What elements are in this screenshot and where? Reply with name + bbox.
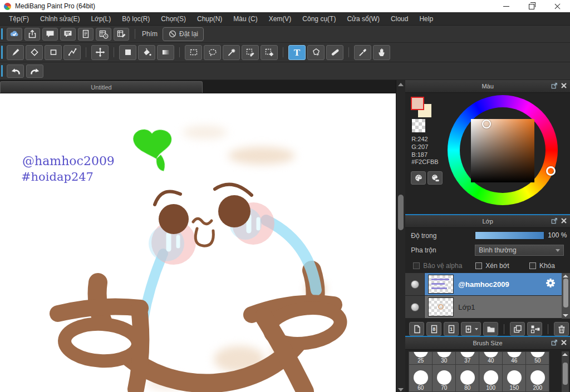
scroll-down-arrow-icon[interactable] [563,314,568,317]
drawing-canvas[interactable]: @hamhoc2009 #hoidap247 [0,93,396,392]
cloud-sync-button[interactable] [7,28,22,41]
menu-window[interactable]: Cửa sổ(W) [341,12,385,25]
add-layer-button[interactable] [409,322,424,336]
brush-size-cell[interactable]: 80 [456,365,479,391]
opacity-slider[interactable] [475,231,544,240]
brush-size-cell[interactable]: 100 [479,365,502,391]
menu-select[interactable]: Chọn(S) [155,12,191,25]
close-panel-icon[interactable] [561,217,567,224]
menu-file[interactable]: Tệp(F) [3,12,35,25]
eraser-tool[interactable] [26,45,43,60]
brush-panel-scrollbar[interactable] [562,351,569,392]
layer-visibility-cell[interactable] [405,273,425,295]
clipping-checkbox[interactable] [475,262,482,269]
lock-checkbox[interactable] [529,262,536,269]
close-panel-icon[interactable] [561,339,567,346]
lasso-tool[interactable] [204,45,221,60]
comment-text-button[interactable] [60,28,76,41]
toolbar-drag-handle[interactable] [1,28,3,39]
popout-panel-icon[interactable] [551,82,558,89]
menu-snap[interactable]: Chụp(N) [191,12,228,25]
add-8bit-layer-button[interactable]: 8 [426,322,441,336]
clipping-checkbox-item[interactable]: Xén bớt [475,262,509,270]
polyline-tool[interactable] [63,45,81,60]
menu-edit[interactable]: Chỉnh sửa(E) [35,12,85,25]
menu-tools[interactable]: Công cụ(T) [297,12,341,25]
shape-brush-tool[interactable] [45,45,62,60]
bucket-tool[interactable] [138,45,155,60]
layer-settings-button[interactable] [545,277,559,291]
saturation-value-box[interactable] [471,119,534,182]
layer-scrollbar-thumb[interactable] [563,279,568,307]
brush-scrollbar-thumb[interactable] [563,363,568,385]
canvas-vertical-scrollbar[interactable] [396,80,405,392]
brush-size-cell[interactable]: 37 [456,352,479,364]
layer-row[interactable]: Lớp1 [405,296,562,319]
minimize-button[interactable] [493,0,519,12]
lock-checkbox-item[interactable]: Khóa [529,262,555,270]
material-edit-button[interactable] [114,28,129,41]
transparent-color-swatch[interactable] [412,119,425,132]
layer-panel-header[interactable]: Lớp [405,215,570,228]
scroll-down-arrow-icon[interactable] [398,388,404,391]
reset-button[interactable]: Đặt lại [163,27,204,41]
hand-tool[interactable] [373,45,390,60]
popout-panel-icon[interactable] [551,217,558,224]
menu-filter[interactable]: Bộ lọc(R) [116,12,155,25]
menu-layer[interactable]: Lớp(L) [85,12,116,25]
brush-size-cell[interactable]: 200 [526,365,549,391]
menu-view[interactable]: Xem(V) [263,12,297,25]
merge-layer-button[interactable] [527,322,542,336]
blend-mode-select[interactable]: Bình thường [475,245,564,256]
upload-button[interactable] [24,28,40,41]
brush-size-cell[interactable]: 150 [503,365,525,391]
select-pen-tool[interactable] [242,45,259,60]
layer-visibility-cell[interactable] [405,296,425,318]
brush-panel-header[interactable]: Brush Size [405,337,570,350]
toolbar-drag-handle[interactable] [1,46,3,59]
document-button[interactable] [78,28,94,41]
layer-list-scrollbar[interactable] [562,273,570,319]
hue-marker[interactable] [546,166,556,176]
add-1bit-layer-button[interactable]: 1 [444,322,459,336]
brush-size-cell[interactable]: 40 [479,352,502,364]
brush-size-cell[interactable]: 70 [433,365,455,391]
palette-button[interactable] [411,171,426,185]
menu-cloud[interactable]: Cloud [385,12,414,25]
move-tool[interactable] [91,45,109,60]
redo-button[interactable] [26,64,43,78]
alpha-lock-checkbox-item[interactable]: Bảo vệ alpha [413,262,462,270]
close-panel-icon[interactable] [561,82,567,89]
operation-tool[interactable] [307,45,325,60]
restore-button[interactable] [519,0,544,12]
new-folder-button[interactable] [483,322,498,336]
scroll-up-arrow-icon[interactable] [562,353,568,356]
brush-size-cell[interactable]: 46 [503,352,525,364]
fill-rect-tool[interactable] [119,45,136,60]
text-tool[interactable]: T [288,45,306,60]
timeline-button[interactable] [96,28,111,41]
brush-size-cell[interactable]: 30 [433,352,455,364]
color-panel-header[interactable]: Màu [405,80,570,93]
canvas-scrollbar-thumb[interactable] [398,195,404,230]
popout-panel-icon[interactable] [551,339,558,346]
select-eraser-tool[interactable] [261,45,278,60]
palette-edit-button[interactable] [428,171,443,185]
brush-size-cell[interactable]: 60 [409,365,432,391]
comment-button[interactable] [42,28,58,41]
document-tab[interactable]: Untitled [0,81,203,93]
scroll-up-arrow-icon[interactable] [563,275,568,277]
brush-size-cell[interactable]: 25 [409,352,432,364]
brush-tool[interactable] [7,45,24,60]
close-button[interactable] [544,0,570,12]
magic-wand-tool[interactable] [223,45,240,60]
sv-marker[interactable] [482,120,491,128]
divide-tool[interactable] [326,45,343,60]
undo-button[interactable] [7,64,24,78]
layer-row-selected[interactable]: @hamhoc2009 [405,273,562,296]
scroll-up-arrow-icon[interactable] [398,83,404,86]
menu-help[interactable]: Help [414,12,439,25]
gradient-tool[interactable] [157,45,174,60]
toolbar-drag-handle[interactable] [1,65,3,77]
menu-color[interactable]: Màu (C) [228,12,263,25]
